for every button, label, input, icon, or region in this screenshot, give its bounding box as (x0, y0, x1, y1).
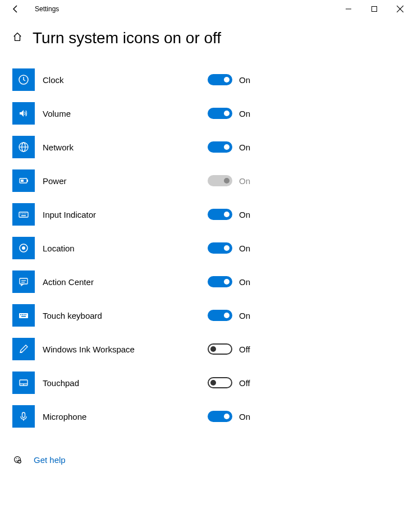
icon-box (12, 102, 35, 125)
toggle-switch[interactable] (208, 276, 232, 287)
location-icon (18, 242, 29, 254)
close-button[interactable] (387, 0, 413, 18)
toggle-state-text: On (239, 143, 250, 152)
window-controls (336, 0, 413, 18)
app-name: Settings (35, 5, 59, 13)
toggle-state-text: On (239, 210, 250, 219)
setting-row: TouchpadOff (12, 366, 401, 400)
icon-box (12, 372, 35, 394)
touchpad-icon (18, 377, 29, 388)
arrow-left-icon (11, 4, 20, 13)
setting-row: PowerOn (12, 164, 401, 198)
setting-label: Touch keyboard (43, 311, 102, 320)
setting-row: MicrophoneOn (12, 400, 401, 433)
toggle-state-text: On (239, 109, 250, 118)
power-icon (18, 175, 29, 186)
setting-row: Touch keyboardOn (12, 299, 401, 332)
setting-label: Input Indicator (43, 210, 96, 219)
setting-label: Windows Ink Workspace (43, 345, 135, 354)
help-section: Get help (12, 455, 401, 465)
volume-icon (18, 108, 29, 119)
svg-rect-1 (372, 7, 377, 12)
icon-box (12, 169, 35, 192)
home-button[interactable] (12, 32, 22, 44)
icon-box (12, 304, 35, 327)
icon-box (12, 338, 35, 360)
minimize-button[interactable] (336, 0, 361, 18)
icon-box (12, 68, 35, 91)
setting-label: Network (43, 143, 74, 152)
toggle-switch[interactable] (208, 209, 232, 220)
help-icon (12, 455, 22, 465)
setting-label: Microphone (43, 412, 86, 421)
toggle-state-text: On (239, 75, 250, 85)
toggle-group: On (208, 175, 401, 186)
toggle-group: Off (208, 377, 401, 388)
maximize-icon (371, 6, 377, 12)
toggle-switch (208, 175, 232, 186)
touchkbd-icon (18, 310, 29, 321)
setting-row: LocationOn (12, 231, 401, 265)
setting-row: NetworkOn (12, 130, 401, 164)
setting-row: ClockOn (12, 63, 401, 97)
toggle-switch[interactable] (208, 141, 232, 153)
get-help-link[interactable]: Get help (34, 455, 66, 465)
toggle-state-text: On (239, 412, 250, 421)
setting-row: Input IndicatorOn (12, 198, 401, 231)
toggle-state-text: On (239, 244, 250, 253)
toggle-group: On (208, 411, 401, 422)
page-header: Turn system icons on or off (0, 18, 413, 63)
close-icon (397, 6, 403, 12)
icon-box (12, 270, 35, 293)
icon-box (12, 237, 35, 259)
setting-row: Action CenterOn (12, 265, 401, 299)
keyboard-icon (18, 209, 29, 220)
titlebar: Settings (0, 0, 413, 18)
clock-icon (18, 74, 29, 85)
mic-icon (18, 411, 29, 422)
toggle-state-text: On (239, 311, 250, 320)
maximize-button[interactable] (361, 0, 387, 18)
icon-box (12, 136, 35, 158)
back-button[interactable] (4, 0, 27, 18)
setting-label: Clock (43, 75, 64, 85)
setting-label: Action Center (43, 277, 94, 287)
toggle-state-text: Off (239, 345, 250, 354)
minimize-icon (346, 6, 351, 12)
setting-label: Touchpad (43, 378, 79, 388)
setting-label: Volume (43, 109, 71, 118)
toggle-group: On (208, 74, 401, 85)
setting-row: Windows Ink WorkspaceOff (12, 332, 401, 366)
message-icon (18, 276, 29, 287)
toggle-group: Off (208, 343, 401, 355)
network-icon (18, 141, 29, 153)
toggle-group: On (208, 242, 401, 254)
setting-label: Location (43, 244, 75, 253)
toggle-switch[interactable] (208, 411, 232, 422)
setting-row: VolumeOn (12, 97, 401, 130)
toggle-switch[interactable] (208, 343, 232, 355)
toggle-switch[interactable] (208, 310, 232, 321)
setting-label: Power (43, 176, 67, 186)
toggle-state-text: On (239, 176, 250, 186)
toggle-state-text: On (239, 277, 250, 287)
toggle-state-text: Off (239, 378, 250, 388)
toggle-switch[interactable] (208, 242, 232, 254)
toggle-switch[interactable] (208, 74, 232, 85)
toggle-group: On (208, 108, 401, 119)
icon-box (12, 405, 35, 428)
settings-list: ClockOnVolumeOnNetworkOnPowerOnInput Ind… (0, 63, 413, 465)
toggle-switch[interactable] (208, 377, 232, 388)
toggle-group: On (208, 310, 401, 321)
toggle-group: On (208, 209, 401, 220)
toggle-switch[interactable] (208, 108, 232, 119)
home-icon (12, 32, 22, 42)
toggle-group: On (208, 276, 401, 287)
toggle-group: On (208, 141, 401, 153)
pen-icon (18, 343, 29, 355)
icon-box (12, 203, 35, 226)
page-title: Turn system icons on or off (33, 29, 221, 47)
